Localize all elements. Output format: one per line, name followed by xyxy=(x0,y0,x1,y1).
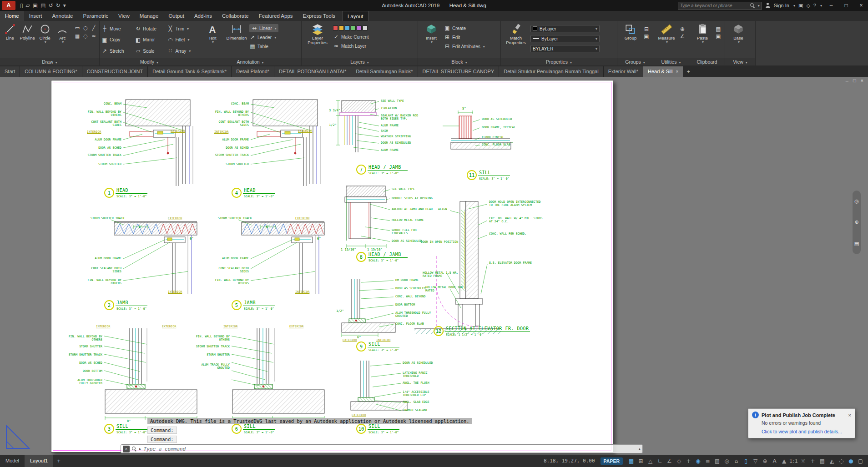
graphics-performance-icon[interactable]: ● xyxy=(846,458,856,464)
open-file-icon[interactable]: ▱ xyxy=(26,2,30,9)
infer-constraints-icon[interactable]: △ xyxy=(646,458,655,464)
lock-ui-icon[interactable]: ◭ xyxy=(827,458,837,464)
hatch-icon[interactable]: ▦ xyxy=(74,33,81,40)
dimension-tool-button[interactable]: Dimension xyxy=(225,22,248,40)
fillet-tool-button[interactable]: ◠Fillet▾ xyxy=(167,36,197,44)
cut-icon[interactable]: ▤ xyxy=(715,26,722,32)
sign-in-button[interactable]: Sign In xyxy=(774,3,789,8)
linear-dimension-button[interactable]: ↔Linear▾ xyxy=(249,24,278,32)
edit-block-button[interactable]: ⊞Edit xyxy=(444,33,485,41)
block-panel-expander[interactable]: Block ▾ xyxy=(418,58,500,65)
command-scroll-up-icon[interactable]: ▴ xyxy=(638,447,641,451)
search-menu-carat-icon[interactable]: ▾ xyxy=(758,4,760,8)
file-tab-detail-ground-tank-septiktank[interactable]: Detail Ground Tank & Septiktank* xyxy=(148,66,232,77)
quick-select-icon[interactable]: ⊕ xyxy=(679,26,686,32)
command-recent-carat-icon[interactable]: ▸ xyxy=(139,447,141,451)
command-search-icon[interactable] xyxy=(132,447,137,452)
layer-isolate-icon[interactable] xyxy=(363,25,368,30)
layer-color-icon[interactable] xyxy=(333,25,338,30)
navigation-bar[interactable]: ◎ ⊕ ▤ xyxy=(853,191,861,254)
doc-close-icon[interactable]: × xyxy=(861,78,863,83)
layer-on-icon[interactable] xyxy=(351,25,356,30)
layout1-tab[interactable]: Layout1 xyxy=(25,455,53,467)
create-block-button[interactable]: ▣Create xyxy=(444,24,485,32)
ribbon-tab-express-tools[interactable]: Express Tools xyxy=(298,11,340,21)
scale-tool-button[interactable]: ▱Scale xyxy=(135,47,162,55)
selection-filtering-icon[interactable]: ▽ xyxy=(751,458,760,464)
utilities-panel-expander[interactable]: Utilities ▾ xyxy=(653,58,689,65)
file-tab-detail-plafond[interactable]: Detail Plafond* xyxy=(232,66,274,77)
groups-panel-expander[interactable]: Groups ▾ xyxy=(617,58,653,65)
doc-restore-icon[interactable]: □ xyxy=(853,78,856,83)
insert-block-button[interactable]: Insert▾ xyxy=(420,22,443,45)
xline-icon[interactable]: ╱ xyxy=(90,25,97,32)
ribbon-tab-home[interactable]: Home xyxy=(0,11,24,21)
selection-cycling-icon[interactable]: ◎ xyxy=(722,458,732,464)
undo-icon[interactable]: ↺ xyxy=(49,2,53,9)
copy-clip-icon[interactable]: ▣ xyxy=(715,33,722,40)
paper-sheet[interactable]: CONC. BEAMFIN. WALL BEYOND BY OTHERSCONT… xyxy=(51,80,613,452)
rotate-tool-button[interactable]: ↻Rotate xyxy=(135,25,162,33)
file-tab-head-sill[interactable]: Head & Sill× xyxy=(643,66,683,77)
model-tab[interactable]: Model xyxy=(0,455,25,467)
circle-tool-button[interactable]: Circle▾ xyxy=(37,22,53,45)
object-color-dropdown[interactable]: ByLayer▾ xyxy=(530,25,600,32)
copy-tool-button[interactable]: ▣Copy xyxy=(101,36,130,44)
transparency-icon[interactable]: ▨ xyxy=(712,458,722,464)
minimize-button[interactable]: – xyxy=(825,2,837,9)
dynamic-ucs-icon[interactable]: ⌂ xyxy=(732,458,741,464)
text-tool-button[interactable]: A Text▾ xyxy=(201,22,224,45)
drawing-area[interactable]: – □ × xyxy=(0,77,868,455)
clean-screen-icon[interactable]: ▢ xyxy=(856,458,865,464)
edit-attributes-button[interactable]: ⊟Edit Attributes▾ xyxy=(444,42,485,50)
lineweight-icon[interactable]: ≡ xyxy=(703,458,712,464)
table-button[interactable]: ▦Table xyxy=(249,42,278,50)
mirror-tool-button[interactable]: ◧Mirror xyxy=(135,36,162,44)
annotation-visibility-icon[interactable]: A xyxy=(770,458,779,464)
steering-wheel-icon[interactable]: ◎ xyxy=(854,198,859,204)
snap-mode-icon[interactable]: ⊞ xyxy=(636,458,646,464)
ortho-mode-icon[interactable]: ∟ xyxy=(655,458,665,464)
base-view-button[interactable]: Base▾ xyxy=(727,22,750,45)
file-tab-start[interactable]: Start xyxy=(0,66,20,77)
pan-icon[interactable]: ⊕ xyxy=(854,219,858,225)
ribbon-tab-manage[interactable]: Manage xyxy=(135,11,164,21)
polyline-tool-button[interactable]: Polyline xyxy=(20,22,36,40)
qat-menu-icon[interactable]: ▾ xyxy=(63,2,66,9)
move-tool-button[interactable]: ┼Move xyxy=(101,25,130,33)
save-icon[interactable]: ▣ xyxy=(33,2,38,9)
ribbon-tab-view[interactable]: View xyxy=(113,11,135,21)
grid-icon[interactable]: ▦ xyxy=(626,458,636,464)
object-snap-tracking-icon[interactable]: + xyxy=(684,458,693,464)
sign-in-carat-icon[interactable]: ▾ xyxy=(793,4,795,8)
ribbon-tab-collaborate[interactable]: Collaborate xyxy=(217,11,254,21)
autocad-logo-icon[interactable]: A xyxy=(2,1,15,10)
autodesk-account-icon[interactable]: ◇ xyxy=(806,3,810,9)
properties-panel-expander[interactable]: Properties ▾ xyxy=(501,58,617,65)
annotation-monitor-icon[interactable]: + xyxy=(808,458,818,464)
stretch-tool-button[interactable]: ↗Stretch xyxy=(101,47,130,55)
annotation-scale-icon[interactable]: 1:1 xyxy=(789,458,798,464)
point-icon[interactable]: ◌ xyxy=(82,33,89,40)
trim-tool-button[interactable]: ╳Trim▾ xyxy=(167,25,197,33)
app-store-icon[interactable]: ▣ xyxy=(798,3,803,9)
line-tool-button[interactable]: Line xyxy=(2,22,18,40)
ribbon-tab-parametric[interactable]: Parametric xyxy=(78,11,114,21)
arc-tool-button[interactable]: Arc▾ xyxy=(55,22,71,45)
autoscale-icon[interactable]: ▲ xyxy=(779,458,789,464)
ribbon-tab-annotate[interactable]: Annotate xyxy=(47,11,78,21)
paste-button[interactable]: Paste▾ xyxy=(691,22,714,45)
dynamic-input-icon[interactable]: ▯ xyxy=(741,458,751,464)
modify-panel-expander[interactable]: Modify ▾ xyxy=(100,58,199,65)
new-file-icon[interactable]: ▯ xyxy=(20,2,23,9)
close-button[interactable]: × xyxy=(855,2,867,9)
workspace-switching-icon[interactable]: ☼ xyxy=(798,458,808,464)
file-tab-detail-struktur-penulangan-rumah-tinggal[interactable]: Detail Struktur Penulangan Rumah Tinggal xyxy=(499,66,604,77)
layer-plot-icon[interactable] xyxy=(357,25,362,30)
object-snap-icon[interactable]: ◉ xyxy=(693,458,703,464)
redo-icon[interactable]: ↻ xyxy=(56,2,61,9)
match-layer-button[interactable]: ≈Match Layer xyxy=(333,42,369,50)
file-tab-close-icon[interactable]: × xyxy=(676,69,678,74)
make-current-button[interactable]: ✓Make Current xyxy=(333,33,369,41)
rectangle-icon[interactable]: ▭ xyxy=(74,25,81,32)
